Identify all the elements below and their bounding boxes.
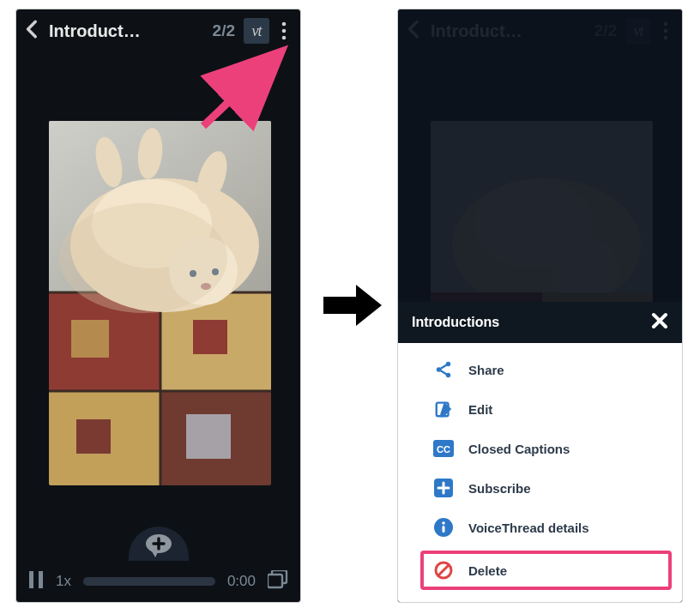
svg-line-52 [438, 565, 449, 575]
svg-rect-8 [193, 320, 227, 354]
svg-point-25 [59, 203, 227, 313]
slides-grid-icon[interactable] [268, 570, 288, 593]
add-comment-button[interactable] [129, 527, 189, 561]
close-icon[interactable] [651, 312, 668, 333]
menu-item-cc[interactable]: CC Closed Captions [398, 429, 682, 468]
share-icon [432, 358, 455, 381]
menu-item-label: VoiceThread details [468, 521, 589, 535]
back-icon[interactable] [21, 18, 44, 44]
menu-item-delete[interactable]: Delete [420, 551, 672, 590]
svg-point-0 [282, 22, 287, 27]
menu-item-label: Delete [468, 563, 507, 578]
menu-item-subscribe[interactable]: Subscribe [398, 468, 682, 508]
subscribe-icon [432, 477, 455, 499]
menu-item-label: Edit [468, 402, 492, 417]
svg-point-2 [282, 36, 287, 40]
svg-point-49 [442, 521, 445, 525]
scrubber[interactable] [83, 577, 215, 586]
svg-rect-28 [29, 571, 33, 588]
edit-icon [432, 398, 455, 420]
options-menu: Introductions Share [398, 302, 682, 602]
slide-title: Introduct… [49, 21, 204, 41]
svg-point-1 [282, 29, 287, 33]
menu-item-share[interactable]: Share [398, 350, 682, 389]
voicethread-player-view: Introduct… 2/2 vt [15, 9, 301, 603]
svg-rect-31 [268, 575, 282, 587]
delete-icon [432, 559, 455, 581]
voicethread-options-menu-view: Introduct… 2/2 vt [397, 9, 683, 603]
svg-text:CC: CC [437, 444, 450, 454]
svg-rect-12 [186, 414, 231, 459]
menu-item-label: Closed Captions [468, 442, 570, 456]
menu-item-details[interactable]: VoiceThread details [398, 508, 682, 547]
slide-image [49, 121, 271, 485]
menu-title: Introductions [412, 315, 651, 330]
menu-item-edit[interactable]: Edit [398, 389, 682, 429]
bottom-controls: 1x 0:00 [16, 525, 300, 602]
pause-icon[interactable] [28, 571, 44, 592]
svg-line-26 [203, 56, 277, 126]
more-options-icon[interactable] [273, 16, 295, 45]
menu-item-label: Share [468, 363, 504, 377]
info-icon [432, 516, 455, 539]
closed-captions-icon: CC [432, 437, 455, 460]
annotation-arrow-icon [188, 42, 299, 136]
playback-speed[interactable]: 1x [56, 573, 71, 590]
elapsed-time: 0:00 [227, 573, 256, 590]
vt-logo-icon: vt [244, 18, 269, 44]
svg-rect-29 [39, 571, 43, 588]
svg-rect-10 [76, 419, 111, 454]
svg-rect-6 [71, 320, 109, 358]
svg-rect-50 [443, 526, 445, 533]
menu-header: Introductions [398, 302, 682, 343]
transition-arrow-icon [322, 281, 383, 329]
menu-item-label: Subscribe [468, 481, 531, 496]
slide-counter: 2/2 [213, 21, 235, 40]
